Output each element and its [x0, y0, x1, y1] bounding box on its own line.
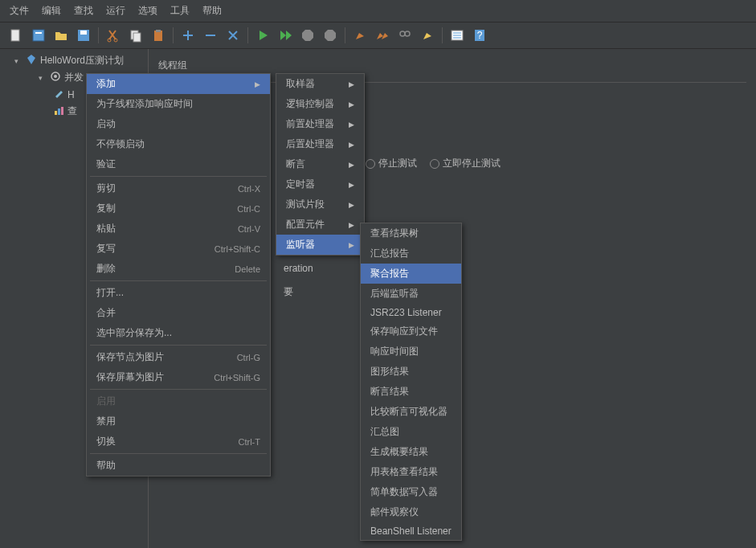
context-menu-item[interactable]: 合并	[87, 303, 270, 323]
submenu-item[interactable]: 前置处理器▶	[276, 114, 364, 134]
reset-search-icon[interactable]	[418, 26, 437, 45]
menu-shortcut: Ctrl+Shift-G	[214, 373, 260, 382]
menu-help[interactable]: 帮助	[196, 2, 228, 20]
submenu-item[interactable]: 用表格查看结果	[361, 462, 461, 482]
submenu-item[interactable]: 定时器▶	[276, 174, 364, 194]
context-menu-item[interactable]: 添加▶	[87, 74, 270, 94]
submenu-item[interactable]: JSR223 Listener	[361, 304, 461, 321]
menu-item-label: 选中部分保存为...	[96, 326, 172, 340]
menu-shortcut: Delete	[235, 264, 260, 274]
run-icon[interactable]	[253, 26, 272, 45]
search-icon[interactable]	[395, 26, 415, 45]
open-icon[interactable]	[51, 26, 71, 45]
menu-options[interactable]: 选项	[132, 2, 164, 20]
submenu-item[interactable]: 生成概要结果	[361, 442, 461, 462]
context-menu-item[interactable]: 打开...	[87, 283, 270, 303]
submenu-listener: 查看结果树汇总报告聚合报告后端监听器JSR223 Listener保存响应到文件…	[360, 223, 462, 541]
context-menu-item[interactable]: 保存节点为图片Ctrl-G	[87, 347, 270, 367]
menubar: 文件 编辑 查找 运行 选项 工具 帮助	[0, 0, 756, 22]
templates-icon[interactable]	[29, 26, 48, 45]
chevron-right-icon: ▶	[255, 80, 260, 88]
context-menu-item[interactable]: 保存屏幕为图片Ctrl+Shift-G	[87, 367, 270, 387]
cut-icon[interactable]	[104, 26, 123, 45]
svg-point-14	[405, 31, 410, 36]
clear-icon[interactable]	[350, 26, 370, 45]
chevron-right-icon: ▶	[349, 241, 354, 249]
submenu-item[interactable]: 配置元件▶	[276, 215, 364, 235]
submenu-item[interactable]: 断言结果	[361, 382, 461, 402]
radio-stop-test-now[interactable]: 立即停止测试	[430, 157, 501, 170]
function-helper-icon[interactable]	[447, 26, 467, 45]
submenu-item[interactable]: 邮件观察仪	[361, 502, 461, 522]
context-menu-item[interactable]: 切换Ctrl-T	[87, 431, 270, 452]
context-menu-item[interactable]: 复制Ctrl-C	[87, 198, 270, 219]
collapse-icon[interactable]	[201, 26, 220, 45]
context-menu-item[interactable]: 不停顿启动	[87, 134, 270, 154]
context-menu-item[interactable]: 禁用	[87, 411, 270, 431]
menu-search[interactable]: 查找	[67, 2, 100, 20]
submenu-item[interactable]: 后置处理器▶	[276, 134, 364, 154]
svg-point-19	[54, 75, 57, 78]
chevron-right-icon: ▶	[349, 201, 354, 209]
help-icon[interactable]: ?	[470, 26, 489, 45]
submenu-item[interactable]: 汇总图	[361, 422, 461, 442]
submenu-item[interactable]: 测试片段▶	[276, 194, 364, 215]
submenu-item-label: 前置处理器	[286, 117, 334, 131]
shutdown-icon[interactable]	[321, 26, 340, 45]
submenu-item[interactable]: 响应时间图	[361, 341, 461, 362]
submenu-item[interactable]: 比较断言可视化器	[361, 402, 461, 422]
svg-rect-22	[61, 107, 63, 115]
run-no-pause-icon[interactable]	[276, 26, 295, 45]
clear-all-icon[interactable]	[373, 26, 392, 45]
menu-tools[interactable]: 工具	[164, 2, 196, 20]
submenu-item[interactable]: 监听器▶	[276, 235, 364, 255]
paste-icon[interactable]	[149, 26, 168, 45]
submenu-item-label: 定时器	[286, 178, 315, 191]
context-menu-item[interactable]: 验证	[87, 154, 270, 174]
context-menu-item[interactable]: 剪切Ctrl-X	[87, 178, 270, 198]
expand-icon[interactable]	[178, 26, 198, 45]
new-icon[interactable]	[6, 26, 26, 45]
submenu-item[interactable]: 聚合报告	[361, 264, 461, 284]
submenu-item[interactable]: BeanShell Listener	[361, 522, 461, 540]
submenu-item[interactable]: 保存响应到文件	[361, 321, 461, 341]
chevron-right-icon: ▶	[349, 80, 354, 88]
context-menu-item[interactable]: 复写Ctrl+Shift-C	[87, 239, 270, 259]
radio-stop-test[interactable]: 停止测试	[366, 157, 417, 170]
stop-icon[interactable]	[298, 26, 317, 45]
context-menu-item[interactable]: 帮助	[87, 456, 270, 476]
toggle-icon[interactable]	[223, 26, 243, 45]
context-menu-item[interactable]: 粘贴Ctrl-V	[87, 219, 270, 239]
submenu-item[interactable]: 后端监听器	[361, 284, 461, 304]
submenu-item[interactable]: 断言▶	[276, 154, 364, 174]
save-icon[interactable]	[74, 26, 93, 45]
tree-child-label: 并发	[64, 71, 84, 84]
context-menu-item[interactable]: 选中部分保存为...	[87, 323, 270, 343]
svg-rect-20	[55, 111, 57, 115]
submenu-item[interactable]: 查看结果树	[361, 223, 461, 243]
menu-run[interactable]: 运行	[100, 2, 132, 20]
menu-item-label: 切换	[96, 435, 116, 448]
testplan-icon	[26, 54, 37, 67]
separator	[173, 27, 174, 43]
copy-icon[interactable]	[126, 26, 145, 45]
submenu-item[interactable]: 图形结果	[361, 362, 461, 382]
submenu-item[interactable]: 逻辑控制器▶	[276, 94, 364, 114]
submenu-item[interactable]: 取样器▶	[276, 74, 364, 94]
submenu-item[interactable]: 简单数据写入器	[361, 482, 461, 502]
context-menu-item[interactable]: 启动	[87, 114, 270, 134]
menu-file[interactable]: 文件	[3, 2, 35, 20]
context-menu-item[interactable]: 为子线程添加响应时间	[87, 94, 270, 114]
radio-label: 立即停止测试	[443, 157, 501, 170]
submenu-item[interactable]: 汇总报告	[361, 243, 461, 264]
context-menu-item[interactable]: 删除Delete	[87, 259, 270, 279]
chevron-right-icon: ▶	[349, 181, 354, 189]
menu-item-label: 复写	[96, 242, 116, 256]
chevron-down-icon[interactable]: ▾	[39, 74, 47, 82]
menu-edit[interactable]: 编辑	[35, 2, 67, 20]
menu-item-label: 粘贴	[96, 222, 116, 235]
menu-item-label: 为子线程添加响应时间	[96, 97, 193, 111]
tree-root[interactable]: ▾ HelloWord压测计划	[0, 52, 148, 69]
menu-item-label: 禁用	[96, 415, 116, 428]
chevron-down-icon[interactable]: ▾	[14, 57, 22, 65]
